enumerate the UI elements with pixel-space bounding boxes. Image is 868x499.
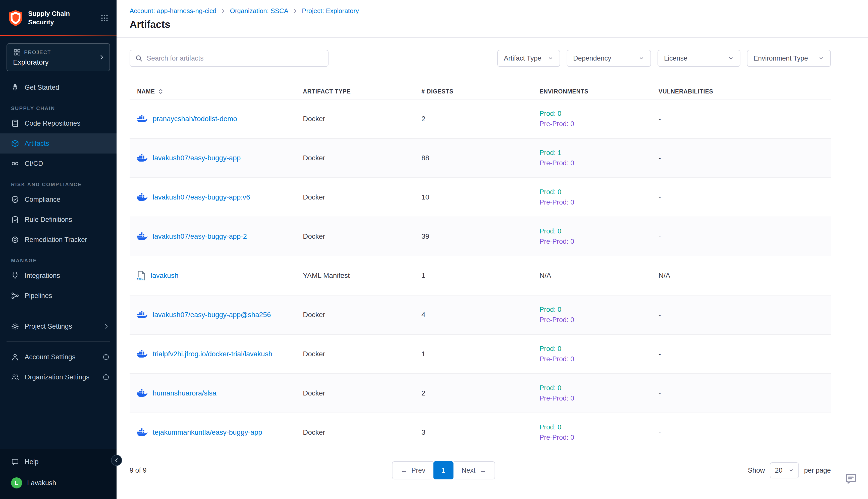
prod-env-link[interactable]: Prod: 0	[540, 306, 658, 314]
artifact-name-link[interactable]: lavakush	[151, 272, 178, 280]
page-size-select[interactable]: 20	[770, 462, 799, 478]
docker-icon	[137, 193, 148, 201]
sidebar-item-remediation-tracker[interactable]: Remediation Tracker	[0, 230, 116, 250]
sidebar-item-label: Project Settings	[25, 322, 72, 330]
preprod-env-link[interactable]: Pre-Prod: 0	[540, 394, 658, 402]
sidebar-item-help[interactable]: Help	[0, 452, 116, 472]
table-body: pranaycshah/todolist-demo Docker 2 Prod:…	[129, 99, 831, 452]
app-title: Supply Chain Security	[28, 10, 77, 27]
breadcrumb-project-link[interactable]: Project: Exploratory	[302, 7, 359, 15]
breadcrumb-organization-link[interactable]: Organization: SSCA	[230, 7, 288, 15]
sidebar-item-label: Remediation Tracker	[25, 236, 87, 244]
page-1-button[interactable]: 1	[434, 461, 454, 479]
sidebar-item-pipelines[interactable]: Pipelines	[0, 286, 116, 306]
table-row: pranaycshah/todolist-demo Docker 2 Prod:…	[129, 99, 831, 139]
preprod-env-link[interactable]: Pre-Prod: 0	[540, 355, 658, 363]
table-row: lavakush07/easy-buggy-app@sha256 Docker …	[129, 295, 831, 335]
search-box	[129, 50, 328, 67]
sidebar-item-get-started[interactable]: Get Started	[0, 77, 116, 97]
chevron-left-icon	[113, 457, 120, 463]
filter-artifact-type[interactable]: Artifact Type	[497, 50, 560, 67]
search-input[interactable]	[147, 54, 323, 62]
pagination-bar: 9 of 9 ← Prev 1 Next → Show 20 per page	[116, 452, 868, 478]
project-label: PROJECT	[24, 49, 51, 55]
rocket-icon	[11, 83, 19, 92]
preprod-env-link[interactable]: Pre-Prod: 0	[540, 434, 658, 441]
user-menu[interactable]: L Lavakush	[0, 472, 116, 494]
artifact-name-link[interactable]: pranaycshah/todolist-demo	[153, 115, 237, 123]
filter-license[interactable]: License	[658, 50, 741, 67]
artifact-name-link[interactable]: lavakush07/easy-buggy-app	[153, 154, 240, 162]
per-page-label: per page	[804, 466, 831, 474]
sidebar-item-cicd[interactable]: CI/CD	[0, 154, 116, 174]
filter-environment-type[interactable]: Environment Type	[747, 50, 831, 67]
table-row: lavakush07/easy-buggy-app Docker 88 Prod…	[129, 139, 831, 178]
vulnerabilities-value: -	[658, 232, 831, 241]
artifact-name-link[interactable]: humanshuarora/slsa	[153, 389, 216, 397]
preprod-env-link[interactable]: Pre-Prod: 0	[540, 159, 658, 167]
table-header-row: NAME ARTIFACT TYPE # DIGESTS ENVIRONMENT…	[129, 84, 831, 99]
sidebar-item-label: Artifacts	[25, 140, 49, 147]
prod-env-link[interactable]: Prod: 1	[540, 149, 658, 157]
artifact-name-link[interactable]: trialpfv2hi.jfrog.io/docker-trial/lavaku…	[153, 350, 272, 358]
digest-count: 10	[421, 193, 540, 201]
digest-count: 39	[421, 232, 540, 241]
prod-env-link[interactable]: Prod: 0	[540, 423, 658, 431]
prod-env-link[interactable]: Prod: 0	[540, 110, 658, 118]
docker-icon	[137, 350, 148, 358]
sidebar-item-label: Account Settings	[25, 353, 76, 361]
filter-dependency[interactable]: Dependency	[567, 50, 651, 67]
project-selector[interactable]: PROJECT Exploratory	[7, 43, 110, 71]
preprod-env-link[interactable]: Pre-Prod: 0	[540, 120, 658, 128]
app-root: Supply Chain Security PROJECT Explorator…	[0, 0, 868, 499]
section-title-supply-chain: SUPPLY CHAIN	[11, 106, 116, 111]
sidebar-divider	[7, 311, 110, 311]
artifact-name-link[interactable]: tejakummarikuntla/easy-buggy-app	[153, 428, 262, 436]
preprod-env-link[interactable]: Pre-Prod: 0	[540, 316, 658, 324]
artifact-name-link[interactable]: lavakush07/easy-buggy-app:v6	[153, 193, 250, 201]
next-page-button[interactable]: Next →	[454, 461, 495, 479]
yaml-file-icon: YML	[137, 271, 146, 281]
sidebar-item-artifacts[interactable]: Artifacts	[0, 133, 116, 154]
prod-env-link[interactable]: Prod: 0	[540, 188, 658, 196]
prev-page-button[interactable]: ← Prev	[392, 461, 434, 479]
breadcrumb-account-link[interactable]: Account: app-harness-ng-cicd	[129, 7, 216, 15]
artifact-name-link[interactable]: lavakush07/easy-buggy-app-2	[153, 232, 247, 241]
main-content: Account: app-harness-ng-cicd Organizatio…	[116, 0, 868, 499]
preprod-env-link[interactable]: Pre-Prod: 0	[540, 238, 658, 245]
sidebar-nav: Get Started SUPPLY CHAIN Code Repositori…	[0, 77, 116, 387]
table-row: humanshuarora/slsa Docker 2 Prod: 0 Pre-…	[129, 374, 831, 413]
sidebar-item-label: Get Started	[25, 84, 59, 92]
preprod-env-link[interactable]: Pre-Prod: 0	[540, 198, 658, 206]
column-header-vulnerabilities: VULNERABILITIES	[658, 88, 831, 95]
table-row: YML lavakush YAML Manifest 1 N/A N/A	[129, 256, 831, 295]
sort-icon[interactable]	[158, 89, 163, 94]
chevron-down-icon	[818, 55, 824, 61]
feedback-chat-icon[interactable]	[845, 473, 857, 487]
page-size-controls: Show 20 per page	[748, 462, 831, 478]
column-header-name[interactable]: NAME	[137, 88, 303, 95]
repository-icon	[11, 119, 19, 127]
prod-env-link[interactable]: Prod: 0	[540, 345, 658, 353]
sidebar-item-code-repositories[interactable]: Code Repositories	[0, 113, 116, 133]
environments-na: N/A	[540, 272, 658, 280]
gear-icon	[11, 322, 19, 330]
sidebar-item-project-settings[interactable]: Project Settings	[0, 316, 116, 337]
sidebar-item-integrations[interactable]: Integrations	[0, 266, 116, 286]
chevron-right-icon	[98, 54, 105, 61]
toolbar: Artifact Type Dependency License Environ…	[116, 38, 868, 67]
pipeline-icon	[11, 292, 19, 300]
sidebar-item-label: Integrations	[25, 272, 60, 280]
apps-grid-icon[interactable]	[100, 14, 109, 22]
sidebar-item-compliance[interactable]: Compliance	[0, 190, 116, 209]
sidebar-collapse-handle[interactable]	[111, 455, 122, 466]
artifact-type: Docker	[303, 428, 421, 436]
prod-env-link[interactable]: Prod: 0	[540, 227, 658, 235]
prod-env-link[interactable]: Prod: 0	[540, 384, 658, 392]
sidebar-item-rule-definitions[interactable]: Rule Definitions	[0, 209, 116, 230]
artifact-name-link[interactable]: lavakush07/easy-buggy-app@sha256	[153, 311, 271, 319]
sidebar-item-organization-settings[interactable]: Organization Settings	[0, 367, 116, 387]
sidebar-item-account-settings[interactable]: Account Settings	[0, 347, 116, 367]
table-row: trialpfv2hi.jfrog.io/docker-trial/lavaku…	[129, 335, 831, 374]
avatar: L	[11, 477, 22, 488]
